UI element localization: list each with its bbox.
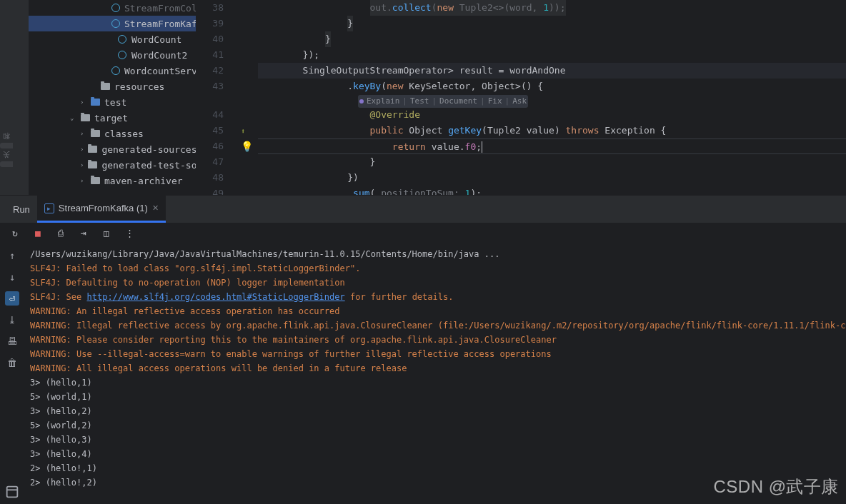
- console-line: 5> (world,1): [30, 390, 846, 404]
- console-line: 5> (world,2): [30, 418, 846, 433]
- clear-icon[interactable]: 🗑: [5, 356, 19, 370]
- console-side-toolbar: ↑ ↓ ⏎ ⤓ 🖶 🗑: [0, 244, 24, 504]
- soft-wrap-toggle[interactable]: ⏎: [5, 291, 19, 306]
- chevron-icon: ›: [80, 177, 86, 184]
- tree-item-wordcountserver[interactable]: WordcountServer: [29, 63, 196, 79]
- console-line: /Users/wuzikang/Library/Java/JavaVirtual…: [30, 247, 846, 261]
- tree-item-generated-sources[interactable]: ›generated-sources: [29, 141, 196, 157]
- console-line: 3> (hello,3): [30, 433, 846, 447]
- tree-item-label: WordCount: [131, 34, 181, 45]
- line-number: 42: [196, 63, 224, 79]
- up-icon[interactable]: ↑: [5, 248, 19, 263]
- tree-item-label: maven-archiver: [104, 176, 183, 186]
- inlay-ask[interactable]: Ask: [512, 95, 527, 108]
- class-icon: [111, 19, 120, 29]
- code-line[interactable]: .keyBy(new KeySelector, Object>() {: [258, 79, 846, 94]
- tree-item-label: StreamFromCollection: [124, 3, 196, 14]
- tree-item-streamfromkafka[interactable]: StreamFromKafka: [29, 16, 196, 31]
- tree-item-wordcount2[interactable]: WordCount2: [29, 47, 196, 63]
- override-icon[interactable]: ⬆: [241, 127, 245, 135]
- run-config-tab[interactable]: ▸ StreamFromKafka (1) ✕: [37, 196, 166, 223]
- print-icon[interactable]: 🖶: [5, 334, 19, 348]
- tool-window-icon[interactable]: [4, 484, 20, 500]
- more-button[interactable]: ⋮: [123, 227, 136, 240]
- run-toolbar: ↻ ■ ⎙ ⇥ ◫ ⋮: [0, 223, 846, 244]
- line-number: 46: [196, 138, 224, 154]
- tree-item-classes[interactable]: ›classes: [29, 126, 196, 141]
- tree-item-streamfromcollection[interactable]: StreamFromCollection: [29, 0, 196, 16]
- dump-threads-button[interactable]: ⎙: [54, 227, 67, 240]
- console-line: SLF4J: Defaulting to no-operation (NOP) …: [30, 276, 846, 290]
- tree-item-label: WordCount2: [131, 50, 187, 61]
- code-line[interactable]: }: [258, 16, 846, 31]
- code-line[interactable]: return value.f0;: [258, 138, 846, 154]
- structure-tool-label[interactable]: 和: [0, 143, 13, 148]
- folder-icon: [100, 81, 110, 91]
- code-line[interactable]: }: [258, 154, 846, 170]
- watermark: CSDN @武子康: [713, 475, 839, 498]
- chevron-icon: ›: [80, 130, 86, 137]
- console-line: WARNING: All illegal access operations w…: [30, 361, 846, 376]
- inlay-explain[interactable]: Explain: [367, 95, 399, 108]
- run-tab-title: StreamFromKafka (1): [59, 203, 148, 213]
- tree-item-label: classes: [104, 128, 144, 139]
- console-output[interactable]: /Users/wuzikang/Library/Java/JavaVirtual…: [24, 244, 846, 504]
- ai-inlay-hints[interactable]: Explain | Test | Document | Fix | Ask: [358, 95, 528, 108]
- tree-item-resources[interactable]: resources: [29, 79, 196, 94]
- tree-item-label: test: [104, 97, 126, 108]
- line-number: 44: [196, 107, 224, 123]
- folder-icon: [88, 144, 97, 154]
- chevron-icon: ›: [80, 146, 84, 153]
- code-line[interactable]: @Override: [258, 107, 846, 123]
- line-number: 48: [196, 170, 224, 186]
- project-tree[interactable]: StreamFromCollectionStreamFromKafkaWordC…: [29, 0, 196, 195]
- code-line[interactable]: out.collect(new Tuple2<>(word, 1));: [258, 0, 846, 16]
- rerun-button[interactable]: ↻: [9, 227, 21, 240]
- console-line: WARNING: Please consider reporting this …: [30, 333, 846, 347]
- tree-item-label: generated-test-sources: [101, 160, 196, 171]
- down-icon[interactable]: ↓: [5, 270, 19, 284]
- line-number: 47: [196, 154, 224, 170]
- line-number: 40: [196, 31, 224, 47]
- tree-item-test[interactable]: ›test: [29, 94, 196, 110]
- console-line: WARNING: Illegal reflective access by or…: [30, 318, 846, 333]
- run-tool-label: Run: [7, 196, 36, 223]
- stop-button[interactable]: ■: [31, 227, 44, 240]
- svg-rect-0: [7, 487, 18, 498]
- exit-button[interactable]: ⇥: [77, 227, 90, 240]
- close-icon[interactable]: ✕: [152, 203, 159, 213]
- console-line: SLF4J: See http://www.slf4j.org/codes.ht…: [30, 290, 846, 304]
- code-line[interactable]: });: [258, 47, 846, 63]
- scroll-to-end-icon[interactable]: ⤓: [5, 313, 19, 327]
- code-line[interactable]: }): [258, 170, 846, 186]
- console-link[interactable]: http://www.slf4j.org/codes.html#StaticLo…: [86, 292, 344, 302]
- code-line[interactable]: SingleOutputStreamOperator> result = wor…: [258, 63, 846, 79]
- tree-item-maven-archiver[interactable]: ›maven-archiver: [29, 173, 196, 188]
- inlay-fix[interactable]: Fix: [488, 95, 502, 108]
- code-line[interactable]: }: [258, 31, 846, 47]
- run-config-icon: ▸: [44, 203, 54, 213]
- code-line[interactable]: public Object getKey(Tuple2 value) throw…: [258, 123, 846, 138]
- class-icon: [117, 34, 127, 44]
- structure-tool-label-2[interactable]: 关: [0, 161, 13, 167]
- tree-item-label: generated-sources: [101, 144, 196, 155]
- console-line: SLF4J: Failed to load class "org.slf4j.i…: [30, 261, 846, 276]
- chevron-icon: ⌄: [70, 114, 76, 121]
- intention-bulb-icon[interactable]: 💡: [241, 141, 253, 152]
- line-number: 45: [196, 123, 224, 138]
- code-editor[interactable]: 383940414243444546474849 ⬆💡 out.collect(…: [196, 0, 846, 195]
- tree-item-target[interactable]: ⌄target: [29, 110, 196, 126]
- inlay-test[interactable]: Test: [410, 95, 429, 108]
- tree-item-wordcount[interactable]: WordCount: [29, 31, 196, 47]
- layout-button[interactable]: ◫: [100, 227, 113, 240]
- folder-icon: [90, 128, 100, 138]
- chevron-icon: ›: [80, 161, 84, 168]
- gutter-marks: ⬆💡: [237, 0, 258, 195]
- tree-item-generated-test-sources[interactable]: ›generated-test-sources: [29, 157, 196, 173]
- ai-dot-icon: [359, 99, 364, 104]
- console-line: 2> (hello!,1): [30, 461, 846, 475]
- console-line: 3> (hello,1): [30, 376, 846, 390]
- folder-icon: [80, 113, 90, 123]
- inlay-document[interactable]: Document: [439, 95, 477, 108]
- class-icon: [111, 66, 120, 76]
